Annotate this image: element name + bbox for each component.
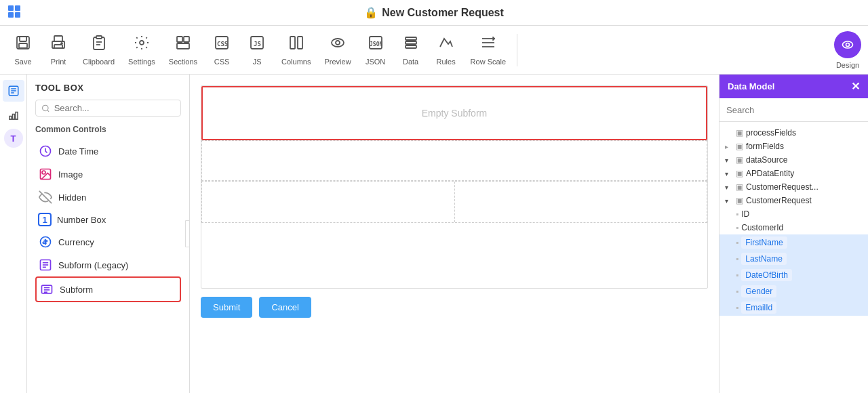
page-title: 🔒 New Customer Request <box>364 6 504 19</box>
tree-item-gender[interactable]: ▪ Gender <box>719 283 868 299</box>
toolbox-item-subform[interactable]: Subform <box>35 276 181 302</box>
settings-icon <box>134 35 150 55</box>
tree-item-customerrequest[interactable]: ▾ ▣ CustomerRequest <box>719 194 868 207</box>
tree-item-apdataentity[interactable]: ▾ ▣ APDataEntity <box>719 167 868 180</box>
subform-icon <box>39 282 54 297</box>
data-model-tree: ▣ processFields ▸ ▣ formFields ▾ ▣ dataS… <box>719 122 868 393</box>
toolbox-item-hidden[interactable]: Hidden <box>35 186 181 209</box>
submit-button[interactable]: Submit <box>201 297 252 318</box>
svg-rect-0 <box>8 5 14 11</box>
cancel-button[interactable]: Cancel <box>259 297 311 318</box>
collapse-toolbox-button[interactable]: ‹ <box>185 220 190 247</box>
toolbox-item-datetime[interactable]: Date Time <box>35 140 181 163</box>
label-datasource: dataSource <box>746 155 787 165</box>
tree-item-lastname[interactable]: ▪ LastName <box>719 251 868 267</box>
toolbox-item-numberbox-label: Number Box <box>57 215 106 225</box>
tree-item-customerid[interactable]: ▪ CustomerId <box>719 221 868 234</box>
hidden-icon <box>38 190 53 205</box>
tree-item-processfields[interactable]: ▣ processFields <box>719 126 868 140</box>
data-button[interactable]: Data <box>395 30 427 70</box>
svg-rect-28 <box>406 37 416 40</box>
data-model-search-input[interactable] <box>726 105 861 115</box>
sections-button[interactable]: Sections <box>163 30 203 70</box>
icon-apdataentity: ▣ <box>736 169 743 178</box>
tree-item-id[interactable]: ▪ ID <box>719 207 868 221</box>
label-dateofbirth: DateOfBirth <box>741 269 792 281</box>
sidebar-icon-user[interactable]: T <box>4 129 23 148</box>
save-button[interactable]: Save <box>7 30 39 70</box>
icon-formfields: ▣ <box>736 142 743 151</box>
rules-button[interactable]: Rules <box>430 30 462 70</box>
icon-customerrequest: ▣ <box>736 196 743 205</box>
data-model-close-button[interactable]: ✕ <box>851 80 860 93</box>
icon-dateofbirth: ▪ <box>736 270 738 280</box>
toolbox-item-image[interactable]: Image <box>35 163 181 186</box>
label-apdataentity: APDataEntity <box>746 169 794 178</box>
columns-button[interactable]: Columns <box>276 30 316 70</box>
label-lastname: LastName <box>741 253 787 265</box>
json-label: JSON <box>366 58 385 66</box>
subform-placeholder-box: Empty Subform <box>201 86 707 140</box>
icon-datasource: ▣ <box>736 155 743 165</box>
svg-text:CSS: CSS <box>217 41 228 47</box>
svg-point-36 <box>843 41 853 48</box>
rules-label: Rules <box>437 58 456 66</box>
data-model-search-box[interactable] <box>719 98 868 122</box>
design-button[interactable]: Design <box>834 31 861 69</box>
toolbox-search-box[interactable] <box>35 100 181 117</box>
form-row-1 <box>201 140 707 181</box>
arrow-datasource: ▾ <box>725 157 733 164</box>
css-button[interactable]: CSS CSS <box>205 30 238 70</box>
toolbox-item-subform-legacy-label: Subform (Legacy) <box>58 260 128 270</box>
image-icon <box>38 167 53 182</box>
sidebar-icon-chart[interactable] <box>3 104 24 126</box>
css-icon: CSS <box>214 35 230 55</box>
settings-button[interactable]: Settings <box>123 30 161 70</box>
svg-rect-3 <box>15 12 20 18</box>
tree-item-firstname[interactable]: ▪ FirstName <box>719 234 868 251</box>
sidebar-icon-forms[interactable] <box>3 80 24 102</box>
print-button[interactable]: Print <box>42 30 75 70</box>
svg-rect-16 <box>184 37 189 42</box>
form-col-left <box>202 182 455 222</box>
tree-item-dateofbirth[interactable]: ▪ DateOfBirth <box>719 267 868 283</box>
canvas-area: Empty Subform Submit Cancel <box>190 75 719 393</box>
preview-button[interactable]: Preview <box>319 30 356 70</box>
toolbox-title: TOOL BOX <box>35 83 181 93</box>
label-firstname: FirstName <box>741 236 787 249</box>
datetime-icon <box>38 144 53 159</box>
toolbox-item-subform-label: Subform <box>60 285 93 295</box>
design-icon <box>834 31 861 58</box>
js-button[interactable]: JS JS <box>241 30 273 70</box>
toolbox-search-input[interactable] <box>54 103 175 113</box>
toolbar-divider <box>517 34 517 66</box>
json-button[interactable]: JSON JSON <box>359 30 392 70</box>
clipboard-button[interactable]: Clipboard <box>77 30 120 70</box>
svg-rect-5 <box>20 37 26 41</box>
tree-item-customerrequest-parent[interactable]: ▾ ▣ CustomerRequest... <box>719 180 868 194</box>
toolbox-item-currency[interactable]: Currency <box>35 230 181 253</box>
data-icon <box>403 35 419 55</box>
svg-text:JSON: JSON <box>370 41 382 47</box>
row-scale-button[interactable]: Row Scale <box>465 30 512 70</box>
tree-item-formfields[interactable]: ▸ ▣ formFields <box>719 140 868 153</box>
svg-point-10 <box>61 43 62 44</box>
currency-icon <box>38 234 53 249</box>
svg-line-47 <box>47 110 49 111</box>
title-text: New Customer Request <box>382 7 504 19</box>
toolbox-item-subform-legacy[interactable]: Subform (Legacy) <box>35 253 181 276</box>
form-col-right <box>455 182 707 222</box>
tree-item-emailid[interactable]: ▪ EmailId <box>719 299 868 316</box>
tree-item-datasource[interactable]: ▾ ▣ dataSource <box>719 153 868 167</box>
clipboard-label: Clipboard <box>83 58 115 66</box>
app-grid-icon[interactable] <box>7 4 22 22</box>
icon-id: ▪ <box>736 209 738 219</box>
toolbox-item-numberbox[interactable]: 1 Number Box <box>35 209 181 230</box>
svg-rect-45 <box>16 112 18 120</box>
icon-customerid: ▪ <box>736 223 738 232</box>
save-label: Save <box>14 58 31 66</box>
form-row-2 <box>201 181 707 223</box>
toolbox-item-datetime-label: Date Time <box>58 146 98 157</box>
row-scale-label: Row Scale <box>471 58 507 66</box>
arrow-customerrequest-parent: ▾ <box>725 184 733 191</box>
